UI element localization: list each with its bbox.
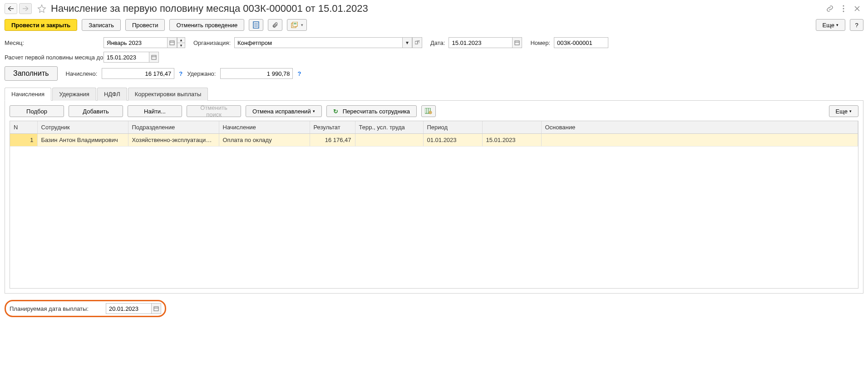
document-icon xyxy=(253,21,259,29)
more-button[interactable]: Еще ▾ xyxy=(816,19,845,31)
kebab-menu-icon[interactable] xyxy=(839,4,848,13)
col-territory[interactable]: Терр., усл. труда xyxy=(355,121,423,134)
org-dropdown-button[interactable]: ▾ xyxy=(402,37,412,48)
svg-rect-16 xyxy=(152,55,156,59)
recalc-button[interactable]: Пересчитать сотрудника xyxy=(326,105,417,117)
calendar-icon xyxy=(514,40,520,45)
tab-deductions[interactable]: Удержания xyxy=(52,88,96,101)
svg-rect-14 xyxy=(515,41,519,45)
calendar-icon xyxy=(153,306,159,311)
svg-point-1 xyxy=(843,8,844,10)
help-button[interactable]: ? xyxy=(850,19,863,31)
pick-button[interactable]: Подбор xyxy=(10,105,64,117)
org-open-button[interactable] xyxy=(412,37,422,48)
month-down-button[interactable]: ▼ xyxy=(177,43,185,48)
columns-settings-button[interactable] xyxy=(421,105,436,117)
more-label: Еще xyxy=(823,22,834,29)
calc-until-calendar-button[interactable] xyxy=(149,52,159,63)
col-result[interactable]: Результат xyxy=(310,121,355,134)
date-calendar-button[interactable] xyxy=(512,37,522,48)
col-basis[interactable]: Основание xyxy=(541,121,858,134)
month-up-button[interactable]: ▲ xyxy=(177,37,185,43)
cell-department[interactable]: Хозяйственно-эксплуатацион… xyxy=(128,134,219,147)
svg-rect-22 xyxy=(154,307,158,311)
planned-date-highlight: Планируемая дата выплаты: xyxy=(5,300,166,317)
post-button[interactable]: Провести xyxy=(125,19,165,31)
cell-result[interactable]: 16 176,47 xyxy=(310,134,355,147)
planned-date-input[interactable] xyxy=(106,303,151,314)
attach-button[interactable] xyxy=(268,19,282,31)
cancel-fixes-button[interactable]: Отмена исправлений ▾ xyxy=(246,105,322,117)
table-row[interactable]: 1 Базин Антон Владимирович Хозяйственно-… xyxy=(10,134,858,147)
withheld-value xyxy=(220,68,293,79)
arrow-right-icon xyxy=(23,6,28,11)
accruals-table: N Сотрудник Подразделение Начисление Рез… xyxy=(10,121,858,147)
print-dropdown-button[interactable] xyxy=(287,19,307,31)
calc-until-label: Расчет первой половины месяца до: xyxy=(5,54,100,61)
cell-employee[interactable]: Базин Антон Владимирович xyxy=(37,134,128,147)
number-input[interactable] xyxy=(554,37,608,48)
month-calendar-button[interactable] xyxy=(167,37,177,48)
month-input[interactable] xyxy=(104,37,167,48)
cancel-search-button[interactable]: Отменить поиск xyxy=(187,105,241,117)
tab-ndfl[interactable]: НДФЛ xyxy=(97,88,127,101)
cell-basis[interactable] xyxy=(541,134,858,147)
post-and-close-button[interactable]: Провести и закрыть xyxy=(5,19,77,31)
accrued-hint-icon[interactable]: ? xyxy=(179,70,182,77)
nav-forward-button[interactable] xyxy=(19,3,32,14)
nav-back-button[interactable] xyxy=(5,3,17,14)
calendar-icon xyxy=(151,54,157,60)
org-input[interactable] xyxy=(234,37,402,48)
arrow-left-icon xyxy=(8,6,14,11)
save-button[interactable]: Записать xyxy=(82,19,121,31)
month-input-group: ▲ ▼ xyxy=(104,37,185,48)
page-title: Начисление за первую половину месяца 00З… xyxy=(51,3,368,15)
cancel-fixes-label: Отмена исправлений xyxy=(252,108,311,115)
svg-point-2 xyxy=(843,11,844,12)
cell-period-to[interactable]: 15.01.2023 xyxy=(482,134,541,147)
planned-date-label: Планируемая дата выплаты: xyxy=(10,305,89,312)
cell-period-from[interactable]: 01.01.2023 xyxy=(423,134,482,147)
add-button[interactable]: Добавить xyxy=(69,105,123,117)
open-icon xyxy=(415,40,419,45)
cell-territory[interactable] xyxy=(355,134,423,147)
close-icon[interactable] xyxy=(853,4,862,13)
withheld-hint-icon[interactable]: ? xyxy=(297,70,301,77)
accrued-label: Начислено: xyxy=(66,70,98,77)
table-settings-icon xyxy=(425,108,432,114)
withheld-label: Удержано: xyxy=(187,70,216,77)
number-label: Номер: xyxy=(530,39,550,46)
payslip-icon xyxy=(291,22,298,28)
col-employee[interactable]: Сотрудник xyxy=(37,121,128,134)
col-period[interactable]: Период xyxy=(423,121,482,134)
svg-point-0 xyxy=(843,5,844,7)
date-input[interactable] xyxy=(449,37,512,48)
planned-date-calendar-button[interactable] xyxy=(151,303,161,314)
calendar-icon xyxy=(169,40,175,45)
fill-button[interactable]: Заполнить xyxy=(5,66,58,81)
panel-more-label: Еще xyxy=(836,108,848,115)
tab-corrections[interactable]: Корректировки выплаты xyxy=(128,88,208,101)
date-label: Дата: xyxy=(430,39,445,46)
month-label: Месяц: xyxy=(5,39,100,46)
link-icon[interactable] xyxy=(825,4,834,13)
col-accrual[interactable]: Начисление xyxy=(219,121,310,134)
find-button[interactable]: Найти... xyxy=(128,105,182,117)
paperclip-icon xyxy=(272,21,278,29)
svg-rect-11 xyxy=(170,41,174,45)
org-label: Организация: xyxy=(193,39,231,46)
cell-n[interactable]: 1 xyxy=(10,134,37,147)
col-n[interactable]: N xyxy=(10,121,37,134)
col-period2[interactable] xyxy=(482,121,541,134)
table-header-row: N Сотрудник Подразделение Начисление Рез… xyxy=(10,121,858,134)
calc-until-input[interactable] xyxy=(104,52,149,63)
cell-accrual[interactable]: Оплата по окладу xyxy=(219,134,310,147)
panel-more-button[interactable]: Еще ▾ xyxy=(829,105,858,117)
favorite-star-icon[interactable] xyxy=(37,4,46,13)
report-button[interactable] xyxy=(249,19,263,31)
tab-accruals[interactable]: Начисления xyxy=(5,88,51,101)
cancel-post-button[interactable]: Отменить проведение xyxy=(169,19,244,31)
col-department[interactable]: Подразделение xyxy=(128,121,219,134)
accrued-value xyxy=(102,68,174,79)
org-input-group: ▾ xyxy=(234,37,422,48)
